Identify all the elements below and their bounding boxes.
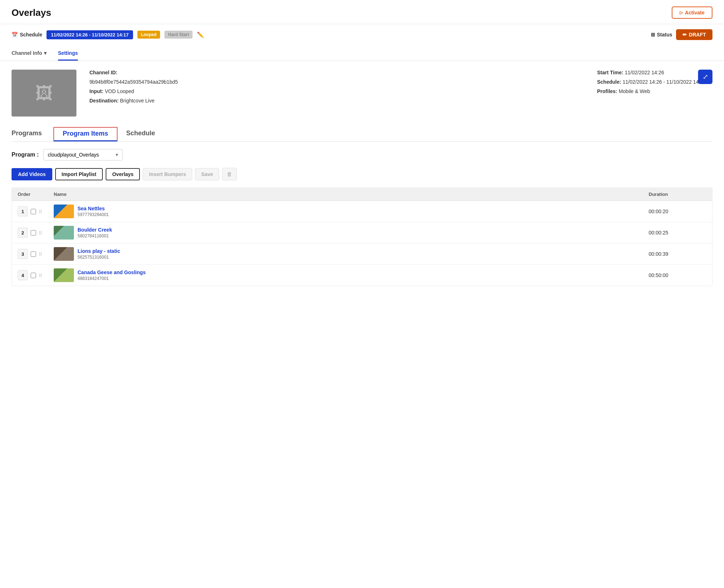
duration-cell-2: 00:00:25 — [649, 230, 706, 236]
order-number-4: 4 — [18, 270, 28, 280]
channel-info-section: 🖼 Channel ID: 9b94b8f0e75442a59354794aa2… — [12, 70, 712, 117]
tab-schedule[interactable]: Schedule — [126, 127, 167, 142]
col-name: Name — [54, 192, 649, 197]
video-name-4[interactable]: Canada Geese and Goslings — [78, 269, 146, 275]
content: 🖼 Channel ID: 9b94b8f0e75442a59354794aa2… — [0, 61, 724, 295]
page-title: Overlays — [12, 7, 51, 18]
video-info-2: Boulder Creek 5802784116001 — [78, 227, 112, 238]
draft-button[interactable]: ✏ DRAFT — [676, 29, 712, 40]
video-thumbnail-4 — [54, 268, 74, 282]
video-thumbnail-3 — [54, 247, 74, 261]
video-thumbnail-1 — [54, 205, 74, 218]
pencil-icon: ✏ — [683, 32, 687, 38]
video-id-1: 5977793284001 — [78, 212, 109, 217]
row-checkbox-4[interactable] — [31, 273, 36, 278]
order-number-2: 2 — [18, 228, 28, 238]
schedule-label: 📅 Schedule — [12, 32, 42, 38]
row-checkbox-1[interactable] — [31, 209, 36, 214]
row-checkbox-3[interactable] — [31, 251, 36, 257]
program-select[interactable]: cloudplayout_Overlays — [43, 149, 123, 161]
drag-handle-2[interactable]: ⁞⁞ — [39, 230, 42, 236]
program-tabs: Programs Program Items Schedule — [12, 127, 712, 142]
import-playlist-button[interactable]: Import Playlist — [55, 168, 103, 180]
order-cell-1: 1 ⁞⁞ — [18, 206, 54, 216]
video-id-4: 4883184247001 — [78, 276, 146, 281]
drag-handle-1[interactable]: ⁞⁞ — [39, 209, 42, 214]
header: Overlays ▷ Activate — [0, 0, 724, 24]
main-tabs: Channel Info ▾ Settings — [0, 45, 724, 61]
action-buttons: Add Videos Import Playlist Overlays Inse… — [12, 168, 712, 180]
overlays-button[interactable]: Overlays — [106, 168, 140, 180]
program-label: Program : — [12, 152, 39, 158]
page: Overlays ▷ Activate 📅 Schedule 11/02/202… — [0, 0, 724, 588]
image-placeholder-icon: 🖼 — [35, 83, 53, 103]
layers-icon: ⊞ — [651, 32, 655, 38]
name-cell-4: Canada Geese and Goslings 4883184247001 — [54, 268, 649, 282]
channel-id-value: 9b94b8f0e75442a59354794aa29b1bd5 — [89, 79, 575, 85]
calendar-icon: 📅 — [12, 32, 18, 38]
delete-button: 🗑 — [222, 168, 237, 180]
looped-badge[interactable]: Looped — [137, 31, 160, 39]
channel-destination-row: Destination: Brightcove Live — [89, 98, 575, 104]
tab-program-items[interactable]: Program Items — [53, 127, 118, 141]
video-info-3: Lions play - static 5625751316001 — [78, 248, 120, 260]
channel-id-row: Channel ID: — [89, 70, 575, 75]
chevron-down-icon: ▾ — [44, 50, 47, 56]
col-order: Order — [18, 192, 54, 197]
start-time-row: Start Time: 11/02/2022 14:26 — [597, 70, 712, 75]
video-name-2[interactable]: Boulder Creek — [78, 227, 112, 233]
duration-cell-3: 00:00:39 — [649, 251, 706, 257]
video-info-4: Canada Geese and Goslings 4883184247001 — [78, 269, 146, 281]
order-cell-4: 4 ⁞⁞ — [18, 270, 54, 280]
tab-settings[interactable]: Settings — [58, 50, 78, 61]
video-name-3[interactable]: Lions play - static — [78, 248, 120, 254]
duration-cell-1: 00:00:20 — [649, 209, 706, 214]
duration-cell-4: 00:50:00 — [649, 272, 706, 278]
table-row: 1 ⁞⁞ Sea Nettles 5977793284001 00:00:20 — [12, 201, 712, 222]
top-right-edit: ⤢ — [698, 70, 712, 84]
drag-handle-3[interactable]: ⁞⁞ — [39, 251, 42, 257]
table-header: Order Name Duration — [12, 188, 712, 201]
drag-handle-4[interactable]: ⁞⁞ — [39, 272, 42, 278]
video-id-3: 5625751316001 — [78, 255, 120, 260]
tab-channel-info[interactable]: Channel Info ▾ — [12, 50, 47, 61]
video-table: Order Name Duration 1 ⁞⁞ Sea Nettles 597… — [12, 188, 712, 286]
schedule-bar: 📅 Schedule 11/02/2022 14:26 - 11/10/2022… — [0, 24, 724, 45]
tab-programs[interactable]: Programs — [12, 127, 53, 142]
insert-bumpers-button: Insert Bumpers — [143, 168, 192, 180]
activate-button[interactable]: ▷ Activate — [672, 6, 712, 19]
table-row: 2 ⁞⁞ Boulder Creek 5802784116001 00:00:2… — [12, 222, 712, 243]
channel-thumbnail: 🖼 — [12, 70, 76, 117]
status-label: ⊞ Status — [651, 32, 672, 38]
channel-schedule-row: Schedule: 11/02/2022 14:26 - 11/10/2022 … — [597, 79, 712, 85]
schedule-date-badge[interactable]: 11/02/2022 14:26 - 11/10/2022 14:17 — [47, 30, 133, 39]
order-number-1: 1 — [18, 206, 28, 216]
table-row: 4 ⁞⁞ Canada Geese and Goslings 488318424… — [12, 265, 712, 286]
col-duration: Duration — [649, 192, 706, 197]
schedule-edit-button[interactable]: ✏️ — [197, 31, 204, 38]
order-cell-3: 3 ⁞⁞ — [18, 249, 54, 259]
order-cell-2: 2 ⁞⁞ — [18, 228, 54, 238]
video-name-1[interactable]: Sea Nettles — [78, 206, 109, 211]
channel-input-row: Input: VOD Looped — [89, 88, 575, 94]
add-videos-button[interactable]: Add Videos — [12, 168, 52, 180]
video-thumbnail-2 — [54, 226, 74, 240]
name-cell-1: Sea Nettles 5977793284001 — [54, 205, 649, 218]
order-number-3: 3 — [18, 249, 28, 259]
name-cell-2: Boulder Creek 5802784116001 — [54, 226, 649, 240]
schedule-right: ⊞ Status ✏ DRAFT — [651, 29, 712, 40]
channel-details-right: Start Time: 11/02/2022 14:26 Schedule: 1… — [597, 70, 712, 107]
save-button: Save — [195, 168, 219, 180]
channel-meta-group: Channel ID: 9b94b8f0e75442a59354794aa29b… — [89, 70, 712, 107]
profiles-row: Profiles: Mobile & Web — [597, 88, 712, 94]
name-cell-3: Lions play - static 5625751316001 — [54, 247, 649, 261]
channel-details-left: Channel ID: 9b94b8f0e75442a59354794aa29b… — [89, 70, 575, 107]
play-icon: ▷ — [680, 10, 683, 15]
video-id-2: 5802784116001 — [78, 233, 112, 238]
table-row: 3 ⁞⁞ Lions play - static 5625751316001 0… — [12, 243, 712, 265]
program-select-wrapper[interactable]: cloudplayout_Overlays — [43, 149, 123, 161]
row-checkbox-2[interactable] — [31, 230, 36, 236]
channel-edit-button[interactable]: ⤢ — [698, 70, 712, 84]
video-info-1: Sea Nettles 5977793284001 — [78, 206, 109, 217]
hard-start-badge: Hard Start — [164, 31, 193, 39]
